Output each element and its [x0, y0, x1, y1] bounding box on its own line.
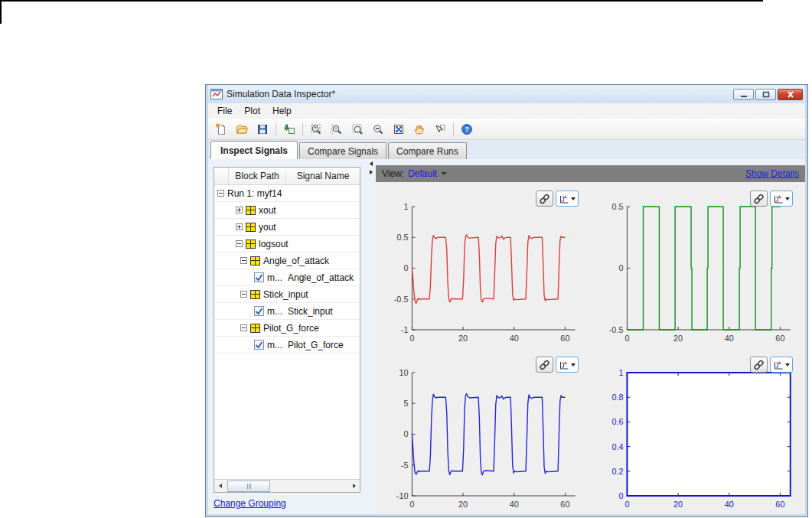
titlebar[interactable]: Simulation Data Inspector* — [208, 85, 805, 103]
fit-to-view-button[interactable] — [389, 119, 409, 138]
svg-text:0: 0 — [618, 263, 623, 272]
simulation-data-inspector-window: Simulation Data Inspector* File Plot Hel… — [205, 84, 808, 517]
help-button[interactable]: ? — [457, 119, 477, 138]
menu-plot[interactable]: Plot — [238, 104, 266, 118]
new-file-icon — [215, 123, 227, 135]
tree-row[interactable]: m... Angle_of_attack — [214, 269, 360, 286]
tree-header: Block Path Signal Name — [214, 168, 360, 185]
svg-text:0.4: 0.4 — [611, 442, 623, 451]
signal-grid-icon — [246, 206, 256, 215]
svg-text:-1: -1 — [401, 325, 409, 334]
menu-file[interactable]: File — [211, 104, 238, 118]
link-axes-button[interactable] — [750, 357, 768, 373]
expander-icon[interactable] — [240, 291, 247, 298]
chart-Angle_of_attack[interactable]: 020406010.50-0.5-1 — [376, 182, 591, 348]
show-details-link[interactable]: Show Details — [745, 168, 799, 179]
expander-icon[interactable] — [240, 257, 247, 264]
scroll-left-arrow-icon[interactable] — [214, 480, 226, 491]
svg-text:0: 0 — [624, 334, 629, 343]
svg-text:20: 20 — [458, 334, 468, 343]
view-dropdown[interactable]: Default — [408, 168, 437, 179]
svg-text:0.5: 0.5 — [611, 202, 623, 211]
svg-text:20: 20 — [673, 334, 683, 343]
tree-row-label: Run 1: myf14 — [227, 188, 282, 199]
zoom-out-button[interactable] — [368, 119, 388, 138]
plot-type-dropdown-button[interactable] — [770, 357, 793, 373]
link-axes-button[interactable] — [750, 191, 768, 207]
tree-row-label: xout — [259, 205, 276, 216]
expander-icon[interactable] — [236, 223, 243, 230]
minimize-button[interactable] — [733, 89, 754, 100]
change-grouping-link[interactable]: Change Grouping — [214, 498, 286, 509]
tree-row[interactable]: xout — [214, 202, 360, 219]
collapse-left-icon[interactable] — [370, 161, 373, 166]
zoom-in-y-button[interactable]: Y — [327, 119, 347, 138]
column-header-block-path[interactable]: Block Path — [229, 171, 286, 181]
svg-text:0: 0 — [618, 491, 623, 500]
view-dropdown-arrow-icon[interactable] — [441, 172, 447, 175]
plot-cell-Stick_input: 02040600.50-0.5 — [591, 182, 806, 348]
column-header-signal-name[interactable]: Signal Name — [286, 171, 360, 181]
scrollbar-thumb[interactable] — [227, 481, 270, 492]
chart-empty[interactable]: 020406010.80.60.40.20 — [591, 348, 806, 514]
chart-Stick_input[interactable]: 02040600.50-0.5 — [591, 182, 806, 348]
tree-row[interactable]: logsout — [214, 236, 360, 252]
signal-checkbox[interactable] — [254, 340, 264, 350]
link-axes-button[interactable] — [536, 191, 553, 207]
signal-checkbox[interactable] — [254, 272, 264, 282]
tab-inspect-signals[interactable]: Inspect Signals — [210, 141, 298, 159]
svg-text:0.6: 0.6 — [611, 417, 623, 426]
signal-grid-icon — [250, 256, 260, 266]
close-button[interactable] — [778, 89, 803, 100]
zoom-in-time-y-button[interactable] — [347, 119, 367, 138]
tree-row[interactable]: Angle_of_attack — [214, 252, 360, 269]
tab-compare-signals[interactable]: Compare Signals — [299, 142, 386, 159]
tree-row[interactable]: Stick_input — [214, 286, 360, 303]
svg-text:T: T — [314, 126, 317, 131]
tree-row[interactable]: Run 1: myf14 — [214, 185, 360, 202]
zoom-in-time-y-icon — [351, 123, 364, 135]
tree-row[interactable]: Pilot_G_force — [214, 320, 360, 337]
signal-checkbox[interactable] — [254, 306, 264, 316]
fit-to-view-icon — [393, 123, 405, 135]
toolbar-separator — [453, 122, 454, 136]
tree-row-signal-name: Stick_input — [288, 306, 333, 317]
maximize-button[interactable] — [755, 89, 776, 100]
tab-compare-runs[interactable]: Compare Runs — [388, 142, 467, 159]
new-file-button[interactable] — [211, 119, 231, 138]
svg-text:0.8: 0.8 — [611, 393, 623, 402]
scroll-right-arrow-icon[interactable] — [348, 480, 360, 491]
data-cursors-icon — [434, 123, 446, 135]
plot-type-dropdown-button[interactable] — [556, 357, 579, 373]
tree-row[interactable]: m... Stick_input — [214, 303, 360, 320]
link-axes-button[interactable] — [536, 357, 553, 373]
plot-type-dropdown-button[interactable] — [556, 191, 579, 207]
svg-text:40: 40 — [510, 500, 519, 509]
expander-icon[interactable] — [236, 240, 243, 247]
collapse-right-icon[interactable] — [370, 170, 373, 174]
save-button[interactable] — [253, 119, 272, 138]
import-data-button[interactable] — [279, 119, 299, 138]
svg-text:0: 0 — [409, 334, 414, 343]
data-cursors-button[interactable] — [430, 119, 450, 138]
tree-row-label: m... — [267, 306, 282, 317]
menu-help[interactable]: Help — [266, 104, 298, 118]
expander-icon[interactable] — [236, 207, 243, 213]
tree-horizontal-scrollbar[interactable] — [214, 479, 360, 492]
chart-Pilot_G_force[interactable]: 02040601050-5-10 — [376, 348, 591, 514]
svg-text:0.5: 0.5 — [396, 233, 408, 242]
expander-icon[interactable] — [240, 324, 247, 331]
panel-splitter[interactable] — [368, 159, 376, 514]
tree-row[interactable]: m... Pilot_G_force — [214, 337, 360, 353]
page-border-left — [0, 0, 2, 24]
tree-row[interactable]: yout — [214, 219, 360, 236]
pan-icon — [413, 123, 426, 135]
toolbar-separator — [276, 122, 276, 136]
expander-icon[interactable] — [217, 190, 224, 197]
zoom-in-time-button[interactable]: T — [306, 119, 326, 138]
pan-button[interactable] — [409, 119, 429, 138]
import-data-icon — [283, 123, 295, 135]
open-button[interactable] — [232, 119, 252, 138]
plot-type-dropdown-button[interactable] — [770, 191, 793, 207]
link-axes-icon — [753, 360, 765, 370]
